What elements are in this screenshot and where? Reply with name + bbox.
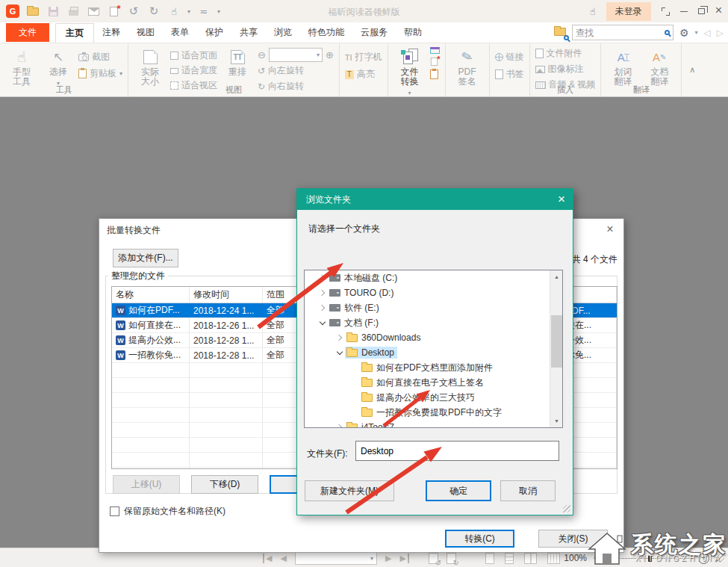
tree-item-desktop-selected[interactable]: Desktop [305, 345, 562, 360]
continuous-layout-icon[interactable] [505, 553, 514, 564]
tree-item-drive-e[interactable]: 软件 (E:) [305, 300, 562, 315]
keep-original-row[interactable]: 保留原始文件名和路径(K) [110, 505, 225, 518]
new-folder-button[interactable]: 新建文件夹(M) [305, 480, 394, 501]
tree-item-folder[interactable]: i4Tools7 [305, 420, 562, 428]
last-page-icon[interactable]: ▶ [399, 554, 408, 563]
next-page-icon[interactable]: ▶ [385, 554, 391, 563]
expander-icon[interactable] [317, 273, 328, 284]
close-button[interactable] [715, 6, 722, 16]
previous-page-icon[interactable]: ◀ [280, 554, 286, 563]
hand-tool-button[interactable]: 手型工具 [5, 46, 38, 87]
column-header-range[interactable]: 范围 [263, 287, 300, 303]
actual-size-button[interactable]: 实际大小 [134, 46, 167, 87]
window-resize-grip-icon[interactable] [716, 554, 724, 563]
tree-item-folder[interactable]: 360Downloads [305, 330, 562, 345]
column-header-time[interactable]: 修改时间 [190, 287, 263, 303]
tab-help[interactable]: 帮助 [396, 23, 430, 42]
quick-access-customize-icon[interactable] [197, 4, 211, 18]
resize-grip-icon[interactable] [563, 505, 570, 512]
tree-scrollbar[interactable]: ▲ ▼ [550, 270, 562, 427]
tree-item-folder[interactable]: 如何在PDF文档里面添加附件 [305, 360, 562, 375]
open-file-icon[interactable] [26, 4, 40, 18]
redo-icon[interactable] [147, 4, 161, 18]
link-button[interactable]: 链接 [495, 50, 524, 64]
gear-caret-icon[interactable]: ▾ [695, 29, 698, 36]
scroll-down-icon[interactable]: ▼ [550, 415, 563, 427]
expander-icon[interactable] [317, 317, 328, 329]
tree-item-drive-c[interactable]: 本地磁盘 (C:) [305, 270, 562, 285]
reflow-button[interactable]: 重排 [221, 46, 254, 77]
rotate-left-button[interactable]: 向左旋转 [258, 63, 334, 78]
batch-close-icon[interactable] [604, 223, 616, 235]
tab-features[interactable]: 特色功能 [300, 23, 352, 42]
email-icon[interactable] [87, 4, 100, 18]
print-icon[interactable] [66, 4, 80, 18]
search-icon[interactable] [665, 30, 670, 35]
bookmark-button[interactable]: 书签 [495, 67, 524, 81]
continuous-facing-layout-icon[interactable] [547, 553, 560, 564]
close-dialog-button[interactable]: 关闭(S) [538, 530, 608, 548]
expander-icon[interactable] [334, 347, 345, 359]
ribbon-collapse-icon[interactable] [682, 43, 703, 96]
fullscreen-icon[interactable] [662, 7, 670, 16]
zoom-combo[interactable]: ▾ [269, 48, 323, 62]
paste-icon[interactable] [430, 69, 438, 79]
convert-button[interactable]: 转换(C) [445, 530, 514, 548]
single-page-layout-icon[interactable] [485, 553, 494, 564]
expander-icon[interactable] [317, 288, 328, 299]
quick-access-caret-icon[interactable]: ▾ [217, 8, 220, 15]
zoom-out-icon[interactable] [258, 49, 266, 61]
rotate-view-right-icon[interactable] [447, 553, 456, 564]
tree-item-drive-d[interactable]: TOURO (D:) [305, 285, 562, 300]
browse-close-icon[interactable] [555, 193, 568, 206]
first-page-icon[interactable]: ◀ [263, 554, 272, 563]
tab-protect[interactable]: 保护 [197, 23, 231, 42]
select-button[interactable]: 选择 [42, 46, 75, 88]
tab-share[interactable]: 共享 [231, 23, 266, 42]
page-number-combo[interactable]: ▾ [295, 551, 377, 565]
keep-original-checkbox[interactable] [110, 506, 119, 516]
save-icon[interactable] [46, 4, 60, 18]
expander-icon[interactable] [334, 332, 345, 344]
doc-translate-button[interactable]: 文档翻译 [643, 46, 676, 87]
zoom-level-label[interactable]: 100% [564, 553, 587, 563]
login-button[interactable]: 未登录 [606, 2, 651, 21]
restore-button[interactable] [698, 8, 705, 14]
zoom-minus-icon[interactable] [603, 558, 610, 559]
scrollbar-thumb[interactable] [551, 315, 562, 368]
move-down-button[interactable]: 下移(D) [191, 475, 258, 494]
fit-width-button[interactable]: 适合宽度 [170, 63, 217, 78]
expander-icon[interactable] [334, 422, 345, 429]
undo-icon[interactable] [127, 4, 140, 18]
expander-icon[interactable] [317, 303, 328, 314]
file-convert-button[interactable]: 文件转换 [393, 46, 426, 98]
move-up-button[interactable]: 上移(U) [113, 475, 180, 494]
hand-select-icon[interactable] [167, 4, 181, 18]
hand-select-caret-icon[interactable]: ▾ [187, 8, 190, 15]
ok-button[interactable]: 确定 [426, 480, 491, 501]
tree-item-folder[interactable]: 一招教你免费提取PDF中的文字 [305, 405, 562, 420]
column-header-name[interactable]: 名称 [112, 287, 190, 303]
tab-browse[interactable]: 浏览 [266, 23, 300, 42]
scroll-up-icon[interactable]: ▲ [550, 270, 563, 283]
scan-icon[interactable] [430, 47, 440, 54]
pdf-sign-button[interactable]: PDF签名 [451, 46, 484, 87]
zoom-plus-icon[interactable] [698, 553, 709, 564]
nav-back-icon[interactable]: ◁ [704, 28, 711, 38]
blank-doc-icon[interactable] [430, 58, 437, 66]
tab-file[interactable]: 文件 [6, 23, 49, 42]
folder-name-input[interactable] [355, 441, 559, 461]
zoom-slider-thumb[interactable] [648, 555, 652, 562]
tree-item-folder[interactable]: 如何直接在电子文档上签名 [305, 375, 562, 390]
zoom-slider[interactable] [617, 554, 691, 563]
file-attachment-button[interactable]: 文件附件 [535, 46, 596, 61]
zoom-in-icon[interactable] [326, 49, 334, 61]
fit-page-button[interactable]: 适合页面 [170, 49, 217, 63]
zoom-caret-icon[interactable]: ▾ [594, 555, 597, 562]
tab-cloud[interactable]: 云服务 [352, 23, 396, 42]
tab-view[interactable]: 视图 [128, 23, 163, 42]
nav-forward-icon[interactable]: ▷ [717, 28, 724, 38]
tree-item-folder[interactable]: 提高办公效率的三大技巧 [305, 390, 562, 405]
snapshot-button[interactable]: 截图 [78, 50, 122, 64]
word-translate-button[interactable]: 划词翻译 [606, 46, 639, 87]
